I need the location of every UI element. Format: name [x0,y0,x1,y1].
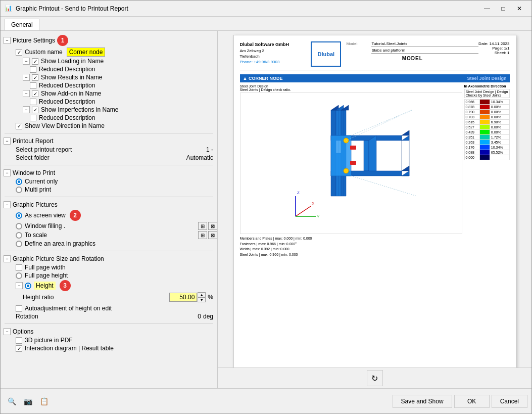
reduced-desc-2-row: Reduced Description [8,81,217,89]
multi-print-radio[interactable] [16,187,22,193]
rotation-row: Rotation 0 deg [1,312,217,320]
svg-rect-28 [350,146,356,150]
refresh-area: ↻ [218,367,531,388]
camera-tool-button[interactable]: 📷 [21,394,35,408]
report-tool-button[interactable]: 📋 [37,394,51,408]
full-page-width-checkbox[interactable] [16,264,22,271]
legend-color [479,155,490,160]
minimize-button[interactable]: — [479,3,495,14]
legend-value: 0.615 [464,120,479,125]
scale-btn-2[interactable]: ⊠ [208,222,217,230]
graphic-pictures-collapse[interactable]: − [4,201,11,208]
reduced-desc-2-checkbox[interactable] [30,82,36,89]
printout-report-section: − Printout Report Select printout report… [1,135,217,163]
page-info: Date: 14.11.2023 Page: 1/1 Sheet: 1 [478,41,509,55]
show-view-label: Show View Direction in Name [25,122,105,129]
height-collapse[interactable]: − [16,282,23,289]
caption-3: Welds | max: 0.392 | min: 0.000 [240,247,462,252]
show-results-collapse[interactable]: − [23,74,30,81]
show-addon-checkbox[interactable] [32,90,38,97]
scale-btn-3[interactable]: ⊞ [198,231,207,239]
multi-print-label: Multi print [25,186,51,193]
svg-text:Z: Z [297,191,300,195]
picture-settings-label: Picture Settings [13,37,55,44]
legend-color [479,110,490,115]
options-header[interactable]: − Options [1,327,217,336]
picture-settings-header[interactable]: − Picture Settings 1 [1,34,217,47]
window-to-print-collapse[interactable]: − [4,169,11,176]
custom-name-checkbox[interactable] [16,49,22,56]
as-screen-radio[interactable] [16,212,22,219]
graphic-pictures-header[interactable]: − Graphic Pictures [1,200,217,209]
save-show-button[interactable]: Save and Show [393,395,452,408]
reduced-desc-4-checkbox[interactable] [30,115,36,121]
interaction-checkbox[interactable] [16,345,22,352]
full-page-height-radio[interactable] [16,272,22,279]
show-imperfections-collapse[interactable]: − [23,106,30,113]
current-only-label: Current only [25,178,58,185]
refresh-button[interactable]: ↻ [367,370,383,386]
legend-value: 0.176 [464,145,479,150]
height-ratio-up[interactable]: ▲ [198,292,206,297]
show-results-checkbox[interactable] [32,74,38,81]
legend-percent: 1.72% [490,135,509,140]
to-scale-radio[interactable] [16,232,22,239]
window-to-print-header[interactable]: − Window to Print [1,168,217,177]
search-tool-button[interactable]: 🔍 [5,394,19,408]
window-filling-label: Window filling . [25,222,65,229]
height-radio[interactable] [25,283,31,289]
height-ratio-input[interactable]: 50.00 [169,293,197,302]
maximize-button[interactable]: □ [495,3,511,14]
legend-percent: 10.34% [490,145,509,150]
ok-button[interactable]: OK [454,395,490,408]
show-addon-collapse[interactable]: − [23,90,30,97]
preview-scroll[interactable]: Dlubal Software GmbH Am Zellweg 2 Tiefen… [218,31,531,367]
show-loading-collapse[interactable]: − [23,58,30,65]
autoadjustment-row: Autoadjustment of height on edit [1,303,217,312]
as-screen-label: As screen view [25,212,66,219]
height-ratio-down[interactable]: ▼ [198,297,206,302]
close-button[interactable]: ✕ [511,3,527,14]
custom-name-value[interactable]: Corner node [67,48,106,57]
app-icon: 📊 [5,5,13,13]
show-imperfections-label: Show Imperfections in Name [41,106,118,113]
show-view-checkbox[interactable] [16,123,22,129]
select-report-label: Select printout report [16,146,72,153]
reduced-desc-1-row: Reduced Description [8,65,217,73]
reduced-desc-4-row: Reduced Description [8,114,217,122]
main-content: − Picture Settings 1 Custom name Corner … [1,31,531,388]
printout-report-header[interactable]: − Printout Report [1,136,217,146]
picture-settings-collapse[interactable]: − [4,37,11,44]
legend-value: 0.790 [464,110,479,115]
reduced-desc-3-checkbox[interactable] [30,99,36,105]
reduced-desc-2-label: Reduced Description [39,82,95,89]
legend-row: 0.878 0.00% [464,105,509,110]
show-imperfections-checkbox[interactable] [32,107,38,113]
show-loading-checkbox[interactable] [32,58,38,65]
scale-buttons: ⊞ ⊠ [198,222,217,230]
model-sub-row: Slabs and platform [346,48,478,54]
badge-3: 3 [60,280,71,291]
legend-row: 0.615 6.90% [464,120,509,125]
left-scroll[interactable]: − Picture Settings 1 Custom name Corner … [1,31,217,388]
logo-text: Dlubal [318,51,335,57]
window-filling-radio[interactable] [16,223,22,229]
scale-btn-4[interactable]: ⊠ [208,231,217,239]
graphic-size-header[interactable]: − Graphic Picture Size and Rotation [1,254,217,263]
title-bar: 📊 Graphic Printout - Send to Printout Re… [1,1,531,17]
multi-print-row: Multi print [1,186,217,194]
reduced-desc-1-checkbox[interactable] [30,66,36,73]
tab-general[interactable]: General [5,19,39,30]
autoadjustment-checkbox[interactable] [16,305,22,312]
define-area-radio[interactable] [16,241,22,247]
scale-btn-1[interactable]: ⊞ [198,222,207,230]
show-loading-label: Show Loading in Name [41,58,104,65]
window-filling-row: Window filling . ⊞ ⊠ [1,221,217,231]
legend-row: 0.000 [464,155,509,160]
picture-3d-checkbox[interactable] [16,337,22,344]
printout-collapse[interactable]: − [4,137,11,145]
current-only-radio[interactable] [16,178,22,185]
options-collapse[interactable]: − [4,328,11,335]
cancel-button[interactable]: Cancel [492,395,527,408]
graphic-size-collapse[interactable]: − [4,255,11,262]
